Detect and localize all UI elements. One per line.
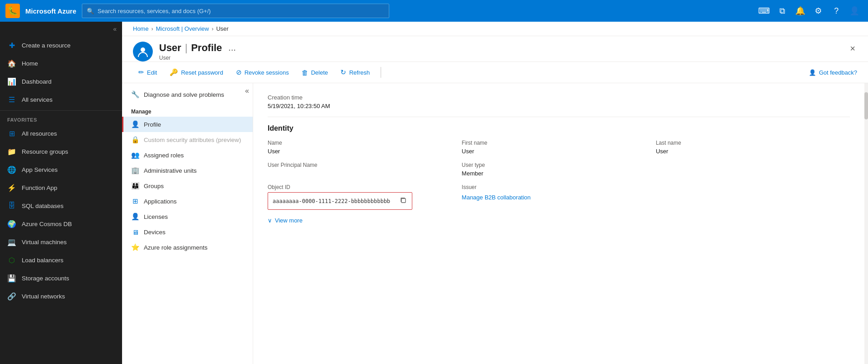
delete-button[interactable]: 🗑 Delete: [296, 66, 334, 79]
empty-field: [656, 162, 850, 177]
profile-icon-btn[interactable]: 👤: [846, 3, 863, 19]
sidebar-item-create-resource[interactable]: ✚ Create a resource: [0, 36, 122, 54]
issuer-label: Issuer: [462, 184, 656, 190]
issuer-value: Manage B2B collaboration: [462, 194, 656, 201]
sidebar-item-storage-accounts[interactable]: 💾 Storage accounts: [0, 269, 122, 287]
sidebar-item-load-balancers[interactable]: ⬡ Load balancers: [0, 251, 122, 269]
page-subtitle: User: [159, 55, 842, 61]
sub-nav-item-groups[interactable]: 👨‍👩‍👦 Groups: [122, 178, 253, 194]
help-icon-btn[interactable]: ?: [828, 3, 844, 19]
create-resource-icon: ✚: [7, 41, 16, 50]
reset-password-button[interactable]: 🔑 Reset password: [164, 66, 228, 79]
sidebar-item-app-services[interactable]: 🌐 App Services: [0, 161, 122, 179]
sidebar-item-virtual-machines[interactable]: 💻 Virtual machines: [0, 233, 122, 251]
refresh-label: Refresh: [349, 69, 370, 76]
svg-point-0: [141, 47, 145, 52]
top-navigation: 🐛 Microsoft Azure 🔍 ⌨ ⧉ 🔔 ⚙ ? 👤: [0, 0, 868, 22]
directory-icon-btn[interactable]: ⧉: [774, 3, 790, 19]
virtual-networks-icon: 🔗: [7, 292, 16, 301]
sub-nav-item-devices[interactable]: 🖥 Devices: [122, 224, 253, 240]
upn-label: User Principal Name: [268, 162, 462, 168]
creation-time-value: 5/19/2021, 10:23:50 AM: [268, 103, 850, 109]
custom-security-icon: 🔒: [131, 136, 139, 144]
app-services-icon: 🌐: [7, 165, 16, 174]
view-more-label: View more: [275, 217, 302, 224]
search-bar[interactable]: 🔍: [82, 4, 389, 18]
dashboard-icon: 📊: [7, 77, 16, 86]
breadcrumb-home[interactable]: Home: [133, 25, 149, 32]
edit-icon: ✏: [138, 68, 144, 76]
revoke-sessions-button[interactable]: ⊘ Revoke sessions: [231, 66, 294, 79]
sidebar-item-label: SQL databases: [22, 203, 115, 209]
copy-object-id-button[interactable]: [399, 196, 407, 206]
azure-logo-icon: 🐛: [5, 4, 20, 18]
sidebar-item-label: Home: [22, 60, 115, 67]
sub-navigation: « 🔧 Diagnose and solve problems Manage 👤…: [122, 83, 253, 364]
sub-nav-item-administrative-units[interactable]: 🏢 Administrative units: [122, 163, 253, 178]
breadcrumb-sep-1: ›: [151, 26, 153, 32]
terminal-icon-btn[interactable]: ⌨: [756, 3, 772, 19]
home-icon: 🏠: [7, 59, 16, 68]
sub-nav-item-azure-role-assignments[interactable]: ⭐ Azure role assignments: [122, 240, 253, 255]
sidebar-item-dashboard[interactable]: 📊 Dashboard: [0, 72, 122, 90]
virtual-machines-icon: 💻: [7, 237, 16, 246]
usertype-value: Member: [462, 170, 656, 177]
settings-icon-btn[interactable]: ⚙: [810, 3, 826, 19]
page-close-button[interactable]: ×: [848, 42, 857, 56]
sidebar-item-cosmos-db[interactable]: 🌍 Azure Cosmos DB: [0, 215, 122, 233]
sidebar-item-label: Resource groups: [22, 148, 115, 155]
sidebar-item-all-services[interactable]: ☰ All services: [0, 90, 122, 109]
divider-1: [268, 117, 850, 117]
all-resources-icon: ⊞: [7, 129, 16, 138]
firstname-value: User: [462, 148, 656, 155]
view-more-button[interactable]: ∨ View more: [268, 217, 850, 224]
svg-rect-1: [401, 199, 406, 203]
licenses-icon: 👤: [131, 213, 139, 221]
edit-button[interactable]: ✏ Edit: [133, 66, 162, 79]
cosmos-db-icon: 🌍: [7, 219, 16, 228]
sidebar-item-resource-groups[interactable]: 📁 Resource groups: [0, 142, 122, 161]
sidebar-item-all-resources[interactable]: ⊞ All resources: [0, 124, 122, 142]
sidebar-item-virtual-networks[interactable]: 🔗 Virtual networks: [0, 287, 122, 305]
sub-nav-label: Custom security attributes (preview): [144, 137, 241, 143]
brand-name: Microsoft Azure: [25, 7, 76, 15]
breadcrumb-current: User: [216, 25, 228, 32]
sub-nav-item-assigned-roles[interactable]: 👥 Assigned roles: [122, 147, 253, 163]
usertype-field: User type Member: [462, 162, 656, 177]
page-more-button[interactable]: ...: [226, 42, 239, 54]
sidebar-item-label: Azure Cosmos DB: [22, 221, 115, 227]
sub-nav-item-custom-security[interactable]: 🔒 Custom security attributes (preview): [122, 132, 253, 147]
right-scrollbar[interactable]: [864, 83, 868, 364]
sql-databases-icon: 🗄: [7, 201, 16, 210]
sidebar-item-home[interactable]: 🏠 Home: [0, 54, 122, 72]
sidebar-item-sql-databases[interactable]: 🗄 SQL databases: [0, 197, 122, 215]
edit-label: Edit: [147, 69, 157, 76]
name-value: User: [268, 148, 462, 155]
breadcrumb-overview[interactable]: Microsoft | Overview: [156, 25, 209, 32]
sub-nav-item-profile[interactable]: 👤 Profile: [122, 117, 253, 132]
sidebar: « ✚ Create a resource 🏠 Home 📊 Dashboard…: [0, 22, 122, 364]
lastname-field: Last name User: [656, 140, 850, 155]
sidebar-item-label: Virtual networks: [22, 293, 115, 300]
revoke-sessions-label: Revoke sessions: [245, 69, 289, 76]
object-id-value: aaaaaaaa-0000-1111-2222-bbbbbbbbbbbb: [273, 198, 396, 204]
sub-nav-item-diagnose[interactable]: 🔧 Diagnose and solve problems: [122, 87, 253, 102]
notifications-icon-btn[interactable]: 🔔: [792, 3, 808, 19]
sub-nav-item-licenses[interactable]: 👤 Licenses: [122, 209, 253, 224]
sidebar-item-function-app[interactable]: ⚡ Function App: [0, 179, 122, 197]
upn-field: User Principal Name: [268, 162, 462, 177]
sub-nav-label: Profile: [144, 121, 161, 128]
sub-nav-label: Azure role assignments: [144, 244, 208, 251]
sidebar-item-label: Create a resource: [22, 42, 115, 49]
sub-nav-item-applications[interactable]: ⊞ Applications: [122, 194, 253, 209]
feedback-button[interactable]: 👤 Got feedback?: [809, 69, 857, 76]
sidebar-item-label: App Services: [22, 166, 115, 173]
refresh-button[interactable]: ↻ Refresh: [335, 66, 375, 79]
sidebar-item-label: All resources: [22, 130, 115, 137]
sidebar-collapse-btn[interactable]: «: [0, 22, 122, 36]
sub-nav-label: Groups: [144, 183, 164, 189]
usertype-label: User type: [462, 162, 656, 168]
b2b-collaboration-link[interactable]: Manage B2B collaboration: [462, 194, 531, 201]
search-input[interactable]: [98, 8, 384, 14]
sub-nav-collapse-btn[interactable]: «: [245, 87, 249, 95]
